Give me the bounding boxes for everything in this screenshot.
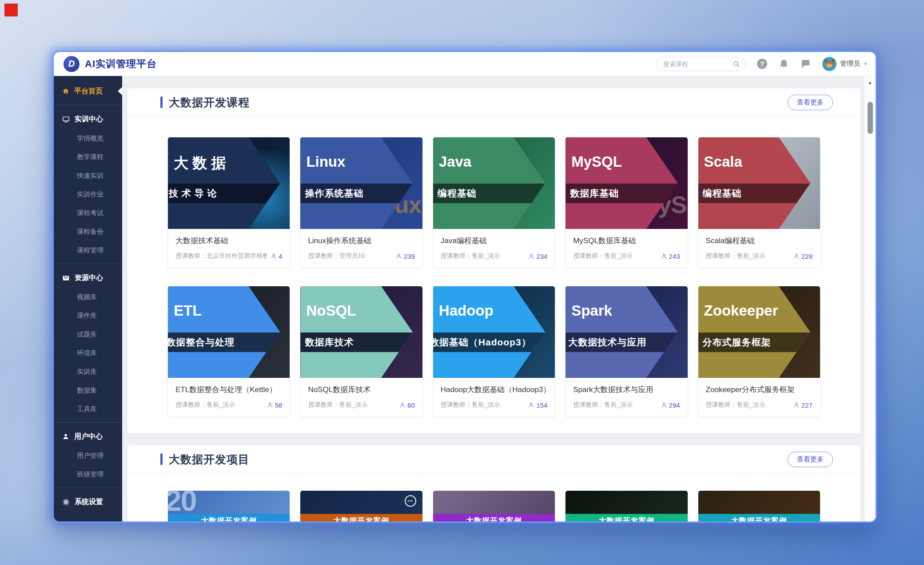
thumbnail-subtitle-band: 数据库技术 <box>300 333 412 352</box>
bell-icon[interactable] <box>779 59 789 69</box>
thumbnail-overlay-text: 20 <box>168 491 196 517</box>
sidebar-subitem[interactable]: 课程备份 <box>54 222 122 241</box>
sidebar-item-label: 实训中心 <box>75 115 103 124</box>
sidebar-subitem[interactable]: 用户管理 <box>54 446 122 465</box>
course-student-count: 243 <box>661 252 680 260</box>
thumbnail-arrow: ETL数据整合与处理 <box>168 286 280 378</box>
sidebar-subitem[interactable]: 快速实训 <box>54 166 122 185</box>
sidebar-subitem[interactable]: 实训作业 <box>54 185 122 204</box>
thumbnail-subtitle-band: 大数据基础（Hadoop3） <box>433 333 545 352</box>
course-card[interactable]: Hadoop大数据基础（Hadoop3）Hadoop大数据基础（Hadoop3）… <box>433 286 555 417</box>
sidebar-item-home[interactable]: 平台首页 <box>54 81 122 101</box>
user-menu[interactable]: 管理员 ▼ <box>822 57 868 71</box>
sidebar-item-user-center[interactable]: 用户中心 <box>54 427 122 446</box>
thumbnail-title: Java <box>433 153 545 170</box>
active-item-notch <box>118 87 122 95</box>
scrollbar: ▲ <box>864 76 876 521</box>
project-band: 大数据开发案例 <box>433 514 555 521</box>
sidebar-subitem[interactable]: 视频库 <box>54 288 122 306</box>
course-card[interactable]: ETL数据整合与处理ETL数据整合与处理（Kettle）授课教师：售前_演示58 <box>167 286 290 417</box>
course-teacher: 授课教师：售前_演示 <box>706 252 790 260</box>
sidebar-subitem[interactable]: 实训库 <box>54 362 122 381</box>
course-card[interactable]: Java编程基础Java编程基础授课教师：售前_演示234 <box>433 137 555 268</box>
user-name: 管理员 <box>840 60 860 68</box>
course-card[interactable]: 大 数 据技 术 导 论大数据技术基础授课教师：北京市对外贸易学校教...4 <box>167 137 290 268</box>
sidebar-item-label: 用户中心 <box>74 432 103 441</box>
scrollbar-up-arrow[interactable]: ▲ <box>864 76 876 85</box>
sidebar-divider <box>54 264 122 264</box>
thumbnail-arrow: Java编程基础 <box>433 137 545 229</box>
course-thumbnail: NoSQL数据库技术 <box>300 286 422 378</box>
sidebar-item-training-center[interactable]: 实训中心 <box>54 109 122 129</box>
course-card[interactable]: Spark大数据技术与应用Spark大数据技术与应用授课教师：售前_演示294 <box>565 286 688 417</box>
course-title: ETL数据整合与处理（Kettle） <box>175 385 282 395</box>
course-card[interactable]: MySMySQL数据库基础MySQL数据库基础授课教师：售前_演示243 <box>565 137 688 268</box>
sidebar-nav: 平台首页实训中心学情概览教学课程快速实训实训作业课程考试课程备份课程管理资源中心… <box>54 76 122 521</box>
course-thumbnail: ETL数据整合与处理 <box>168 286 290 378</box>
sidebar-subitem[interactable]: 课程管理 <box>54 241 122 260</box>
chat-icon[interactable] <box>801 59 811 69</box>
sidebar-subitem[interactable]: 班级管理 <box>54 465 122 484</box>
course-teacher: 授课教师：售前_演示 <box>573 401 657 409</box>
thumbnail-subtitle-band: 操作系统基础 <box>300 184 412 203</box>
sidebar-subitem[interactable]: 工具库 <box>54 400 122 418</box>
course-thumbnail: inuxLinux操作系统基础 <box>300 137 422 229</box>
help-icon[interactable]: ? <box>757 59 767 69</box>
app-header: D AI实训管理平台 ? 管理员 ▼ <box>54 52 876 76</box>
recording-indicator <box>4 4 18 16</box>
project-card[interactable]: 大数据开发案例 <box>698 490 820 521</box>
thumbnail-title: Zookeeper <box>698 302 810 319</box>
sidebar-subitem[interactable]: 环境库 <box>54 344 122 362</box>
thumbnail-title: Scala <box>698 153 810 170</box>
search-input[interactable] <box>663 60 733 68</box>
project-thumbnail: 20大数据开发案例 <box>168 491 290 521</box>
sidebar-subitem[interactable]: 课程考试 <box>54 204 122 222</box>
course-card[interactable]: Scala编程基础Scala编程基础授课教师：售前_演示228 <box>698 137 820 268</box>
thumbnail-title: 大 数 据 <box>168 153 280 173</box>
project-thumbnail: 大数据开发案例 <box>566 491 687 521</box>
sidebar-item-label: 平台首页 <box>74 87 103 96</box>
section-accent-bar <box>160 453 163 465</box>
project-card[interactable]: •••大数据开发案例 <box>300 490 422 521</box>
search-icon[interactable] <box>733 60 741 68</box>
courses-more-button[interactable]: 查看更多 <box>788 95 833 110</box>
sidebar-subitem[interactable]: 数据集 <box>54 381 122 400</box>
course-teacher: 授课教师：售前_演示 <box>706 401 790 409</box>
course-title: Scala编程基础 <box>706 236 812 246</box>
sidebar-divider <box>54 422 122 423</box>
project-card[interactable]: 大数据开发案例 <box>433 490 555 521</box>
course-thumbnail: Hadoop大数据基础（Hadoop3） <box>433 286 555 378</box>
courses-section-title: 大数据开发课程 <box>169 95 250 110</box>
course-card[interactable]: NoSQL数据库技术NoSQL数据库技术授课教师：售前_演示60 <box>300 286 422 417</box>
course-teacher: 授课教师：售前_演示 <box>175 401 263 409</box>
avatar[interactable] <box>822 57 836 71</box>
course-card[interactable]: Zookeeper分布式服务框架Zookeeper分布式服务框架授课教师：售前_… <box>698 286 820 417</box>
sidebar-item-system-settings[interactable]: 系统设置 <box>54 492 122 512</box>
course-student-count: 154 <box>528 401 547 409</box>
thumbnail-subtitle-band: 技 术 导 论 <box>168 184 280 203</box>
app-title: AI实训管理平台 <box>85 57 157 71</box>
course-thumbnail: Scala编程基础 <box>698 137 820 229</box>
sidebar-subitem[interactable]: 教学课程 <box>54 148 122 166</box>
course-teacher: 授课教师：售前_演示 <box>573 252 657 260</box>
course-title: MySQL数据库基础 <box>573 236 680 246</box>
course-title: NoSQL数据库技术 <box>308 385 414 395</box>
sidebar-subitem[interactable]: 学情概览 <box>54 129 122 148</box>
course-title: Spark大数据技术与应用 <box>573 385 680 395</box>
course-thumbnail: Spark大数据技术与应用 <box>566 286 687 378</box>
course-student-count: 4 <box>271 252 282 260</box>
scrollbar-thumb[interactable] <box>868 102 873 134</box>
course-student-count: 60 <box>399 401 415 409</box>
course-thumbnail: MySMySQL数据库基础 <box>566 137 687 229</box>
sidebar-subitem[interactable]: 课件库 <box>54 306 122 325</box>
sidebar-subitem[interactable]: 试题库 <box>54 325 122 344</box>
search-box[interactable] <box>657 57 745 71</box>
project-thumbnail: •••大数据开发案例 <box>300 491 422 521</box>
course-title: Zookeeper分布式服务框架 <box>706 385 812 395</box>
sidebar-item-resource-center[interactable]: 资源中心 <box>54 268 122 288</box>
project-card[interactable]: 大数据开发案例 <box>565 490 688 521</box>
main-content: 大数据开发课程 查看更多 大 数 据技 术 导 论大数据技术基础授课教师：北京市… <box>122 76 876 521</box>
projects-more-button[interactable]: 查看更多 <box>788 452 833 467</box>
course-card[interactable]: inuxLinux操作系统基础Linux操作系统基础授课教师：管理员10239 <box>300 137 422 268</box>
project-card[interactable]: 20大数据开发案例 <box>167 490 290 521</box>
